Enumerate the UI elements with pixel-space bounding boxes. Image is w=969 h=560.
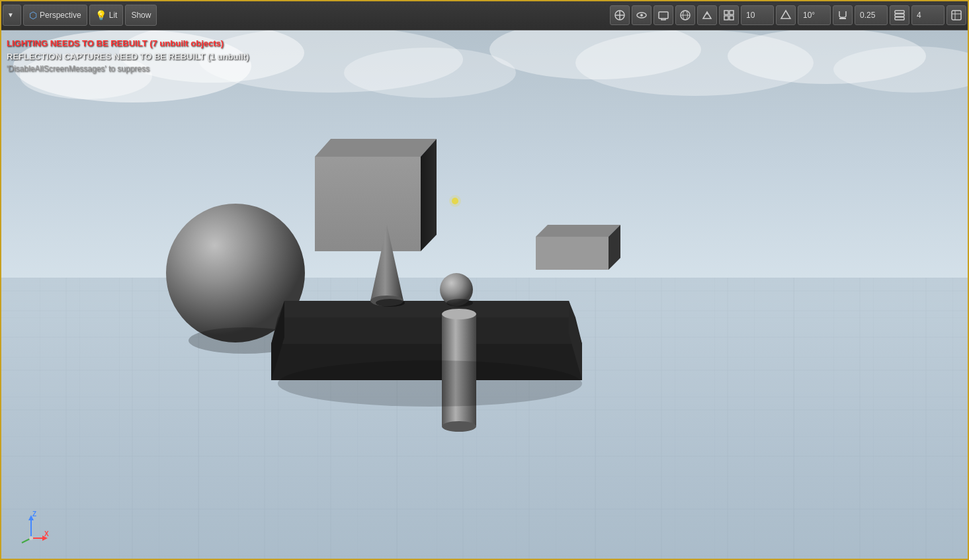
angle-value-label: 10° — [803, 11, 815, 20]
show-button[interactable]: Show — [125, 5, 157, 26]
scale-value-label: 0.25 — [860, 11, 875, 20]
perspective-icon: ⬡ — [29, 10, 37, 20]
snap-count-label: 4 — [917, 11, 921, 20]
svg-marker-45 — [271, 317, 582, 344]
lit-button[interactable]: 💡 Lit — [89, 5, 124, 26]
axis-gizmo: Z X — [13, 508, 50, 547]
scale-value-button[interactable]: 0.25 — [855, 5, 888, 25]
toolbar-right: 10 10° 0.25 — [610, 5, 966, 25]
svg-marker-44 — [278, 301, 575, 317]
angle-value-button[interactable]: 10° — [798, 5, 831, 25]
svg-point-38 — [449, 195, 461, 207]
viewport[interactable]: ▼ ⬡ Perspective 💡 Lit Show — [0, 0, 969, 560]
grid-value-button[interactable]: 10 — [741, 5, 774, 25]
perspective-label: Perspective — [40, 11, 81, 20]
svg-rect-68 — [724, 11, 728, 15]
perspective-button[interactable]: ⬡ Perspective — [23, 5, 87, 26]
snap-count-button[interactable]: 4 — [911, 5, 945, 25]
svg-rect-70 — [724, 16, 728, 20]
svg-point-87 — [29, 536, 33, 540]
svg-point-62 — [640, 14, 643, 17]
svg-point-5 — [344, 48, 516, 98]
svg-marker-40 — [536, 225, 620, 237]
svg-rect-74 — [895, 11, 904, 13]
camera-speed-button[interactable] — [697, 5, 717, 25]
svg-point-57 — [278, 360, 582, 407]
show-label: Show — [131, 11, 151, 20]
svg-rect-63 — [659, 12, 668, 19]
reflection-warning-message: REFLECTION CAPTURES NEED TO BE REBUILT (… — [7, 50, 249, 63]
svg-marker-39 — [536, 237, 609, 270]
svg-marker-34 — [315, 139, 437, 157]
svg-point-56 — [442, 421, 476, 432]
svg-rect-77 — [952, 11, 961, 20]
orbit-button[interactable] — [632, 5, 652, 25]
mesh-density-button[interactable] — [776, 5, 796, 25]
transform-gizmo-button[interactable] — [610, 5, 630, 25]
grid-toggle-button[interactable] — [719, 5, 739, 25]
svg-marker-35 — [421, 139, 437, 251]
layers-button[interactable] — [890, 5, 909, 25]
maximize-button[interactable] — [653, 5, 673, 25]
toolbar: ▼ ⬡ Perspective 💡 Lit Show — [0, 0, 969, 30]
lit-label: Lit — [109, 11, 118, 20]
dropdown-arrow-icon: ▼ — [7, 11, 14, 19]
grid-value-label: 10 — [746, 11, 755, 20]
lighting-error-message: LIGHTING NEEDS TO BE REBUILT (7 unbuilt … — [7, 37, 249, 50]
svg-point-55 — [442, 309, 476, 319]
svg-text:X: X — [44, 530, 49, 538]
svg-text:Z: Z — [32, 510, 36, 518]
settings-button[interactable] — [947, 5, 966, 25]
svg-point-53 — [446, 299, 473, 307]
svg-rect-71 — [730, 16, 734, 20]
screen-messages: LIGHTING NEEDS TO BE REBUILT (7 unbuilt … — [7, 37, 249, 75]
suppress-hint-message: 'DisableAllScreenMessages' to suppress — [7, 63, 249, 75]
snap-button[interactable] — [833, 5, 853, 25]
svg-rect-69 — [730, 11, 734, 15]
viewport-dropdown-button[interactable]: ▼ — [3, 5, 21, 26]
svg-rect-75 — [895, 14, 904, 17]
svg-marker-72 — [781, 11, 790, 19]
svg-marker-33 — [315, 157, 421, 251]
lit-icon: 💡 — [95, 10, 106, 20]
svg-rect-76 — [895, 17, 904, 20]
svg-point-51 — [376, 299, 405, 307]
globe-button[interactable] — [675, 5, 695, 25]
